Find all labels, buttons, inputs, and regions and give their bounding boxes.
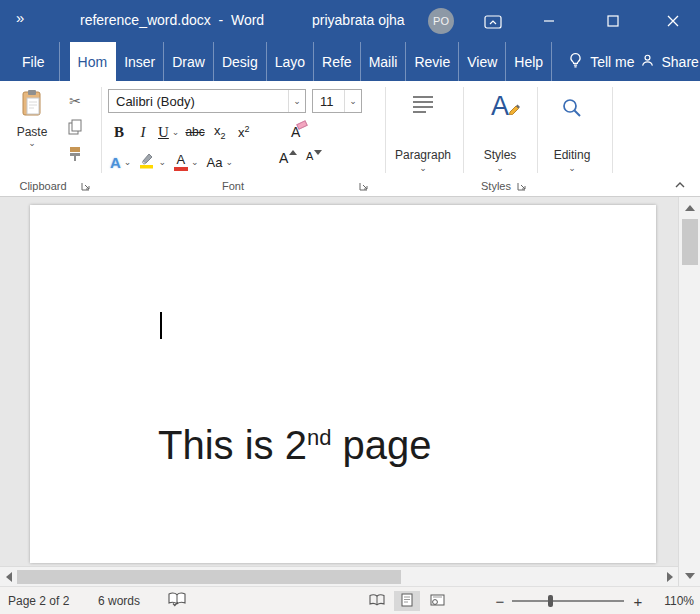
styles-label: Styles bbox=[484, 148, 517, 162]
tell-me-button[interactable]: Tell me bbox=[562, 42, 640, 81]
format-painter-icon bbox=[68, 146, 82, 165]
collapse-ribbon-button[interactable] bbox=[672, 179, 688, 191]
font-color-button[interactable]: A ⌄ bbox=[172, 150, 201, 174]
scroll-right-button[interactable] bbox=[661, 567, 678, 587]
zoom-slider-thumb[interactable] bbox=[548, 595, 553, 607]
horizontal-scrollbar-thumb[interactable] bbox=[17, 570, 401, 584]
chevron-down-icon[interactable]: ⌄ bbox=[288, 90, 305, 112]
tab-view[interactable]: View bbox=[459, 42, 506, 81]
close-button[interactable] bbox=[650, 0, 696, 42]
minimize-button[interactable] bbox=[526, 0, 572, 42]
strikethrough-button[interactable]: abc bbox=[183, 120, 206, 144]
account-name[interactable]: priyabrata ojha bbox=[312, 12, 405, 28]
bold-button[interactable]: B bbox=[108, 120, 130, 144]
print-layout-icon bbox=[401, 593, 413, 610]
clipboard-dialog-launcher[interactable] bbox=[80, 180, 92, 192]
clear-formatting-button[interactable]: A bbox=[285, 120, 307, 144]
document-area: This is 2nd page bbox=[0, 197, 678, 566]
editing-label: Editing bbox=[554, 148, 591, 162]
tab-draw[interactable]: Draw bbox=[164, 42, 214, 81]
clipboard-small-buttons: ✂ bbox=[60, 91, 90, 165]
tab-insert[interactable]: Inser bbox=[116, 42, 164, 81]
grow-font-label: A bbox=[279, 150, 288, 166]
font-dialog-launcher[interactable] bbox=[358, 180, 370, 192]
chevron-down-icon[interactable]: ⌄ bbox=[344, 90, 361, 112]
italic-button[interactable]: I bbox=[132, 120, 154, 144]
text-highlight-button[interactable]: ⌄ bbox=[137, 150, 168, 174]
shrink-font-button[interactable]: A bbox=[303, 150, 325, 174]
copy-icon bbox=[68, 119, 82, 138]
underline-button[interactable]: U ⌄ bbox=[156, 120, 181, 144]
font-name-value: Calibri (Body) bbox=[109, 90, 288, 112]
scissors-icon: ✂ bbox=[69, 93, 81, 109]
document-text-superscript: nd bbox=[307, 425, 331, 450]
tell-me-label: Tell me bbox=[590, 54, 634, 70]
copy-button[interactable] bbox=[60, 118, 90, 138]
group-separator bbox=[537, 87, 538, 173]
editing-group-button[interactable]: Editing ⌄ bbox=[540, 85, 604, 173]
print-layout-button[interactable] bbox=[394, 591, 420, 611]
ribbon-tab-bar: File Hom Inser Draw Desig Layo Refe Mail… bbox=[0, 42, 700, 81]
tab-home[interactable]: Hom bbox=[70, 42, 117, 81]
status-bar: Page 2 of 2 6 words − + 110% bbox=[0, 586, 700, 614]
zoom-slider[interactable] bbox=[512, 600, 624, 602]
grow-font-button[interactable]: A bbox=[277, 150, 299, 174]
paste-label: Paste bbox=[17, 125, 48, 139]
tab-layout[interactable]: Layo bbox=[267, 42, 314, 81]
tab-mailings[interactable]: Maili bbox=[361, 42, 407, 81]
read-mode-button[interactable] bbox=[364, 591, 390, 611]
paragraph-group-button[interactable]: Paragraph ⌄ bbox=[390, 85, 456, 173]
maximize-button[interactable] bbox=[590, 0, 636, 42]
font-name-combobox[interactable]: Calibri (Body) ⌄ bbox=[108, 89, 306, 113]
change-case-button[interactable]: Aa ⌄ bbox=[204, 150, 234, 174]
font-group-label: Font bbox=[108, 180, 358, 192]
paste-button[interactable]: Paste ⌄ bbox=[6, 85, 58, 171]
styles-dialog-launcher[interactable] bbox=[516, 180, 528, 192]
scroll-left-button[interactable] bbox=[0, 567, 17, 587]
proofing-book-icon bbox=[168, 592, 186, 610]
zoom-level-button[interactable]: 110% bbox=[648, 587, 694, 614]
superscript-button[interactable]: x2 bbox=[233, 120, 255, 144]
font-color-icon: A bbox=[174, 153, 188, 171]
group-separator bbox=[612, 87, 613, 173]
share-button[interactable]: Share bbox=[640, 42, 698, 81]
quick-access-toolbar-icon[interactable]: » bbox=[16, 9, 22, 26]
text-effects-button[interactable]: A ⌄ bbox=[108, 150, 133, 174]
vertical-scrollbar-thumb[interactable] bbox=[682, 219, 698, 265]
arrow-left-icon bbox=[6, 572, 12, 582]
cut-button[interactable]: ✂ bbox=[60, 91, 90, 111]
font-size-combobox[interactable]: 11 ⌄ bbox=[312, 89, 362, 113]
document-page[interactable]: This is 2nd page bbox=[30, 205, 656, 563]
tab-review[interactable]: Revie bbox=[406, 42, 459, 81]
scroll-up-button[interactable] bbox=[679, 199, 700, 216]
page-number-indicator[interactable]: Page 2 of 2 bbox=[8, 587, 69, 614]
zoom-in-button[interactable]: + bbox=[630, 587, 646, 614]
font-buttons-row-2: A ⌄ ⌄ A ⌄ Aa ⌄ A bbox=[108, 149, 325, 175]
tab-help[interactable]: Help bbox=[506, 42, 552, 81]
lightbulb-icon bbox=[568, 52, 583, 71]
format-painter-button[interactable] bbox=[60, 145, 90, 165]
tab-design[interactable]: Desig bbox=[214, 42, 267, 81]
change-case-label: Aa bbox=[206, 155, 222, 170]
avatar[interactable]: PO bbox=[428, 8, 454, 34]
magnifier-icon bbox=[561, 97, 583, 122]
ribbon-display-options-icon[interactable] bbox=[478, 13, 508, 31]
zoom-out-button[interactable]: − bbox=[492, 587, 508, 614]
text-effects-icon: A bbox=[110, 154, 121, 171]
tab-file[interactable]: File bbox=[8, 42, 60, 81]
bold-label: B bbox=[114, 124, 124, 141]
italic-label: I bbox=[141, 124, 146, 141]
scroll-down-button[interactable] bbox=[679, 567, 700, 584]
web-layout-button[interactable] bbox=[424, 591, 450, 611]
word-count-indicator[interactable]: 6 words bbox=[98, 587, 140, 614]
horizontal-scrollbar[interactable] bbox=[0, 566, 678, 586]
tab-references[interactable]: Refe bbox=[314, 42, 361, 81]
styles-group-button[interactable]: A Styles ⌄ bbox=[468, 85, 532, 173]
clipboard-paste-icon bbox=[20, 89, 44, 120]
clear-formatting-icon: A bbox=[291, 124, 300, 140]
highlighter-icon bbox=[139, 152, 155, 172]
font-buttons-row-1: B I U ⌄ abc x2 x2 A bbox=[108, 119, 307, 145]
subscript-button[interactable]: x2 bbox=[209, 120, 231, 144]
proofing-status-button[interactable] bbox=[168, 587, 186, 614]
vertical-scrollbar[interactable] bbox=[678, 197, 700, 586]
